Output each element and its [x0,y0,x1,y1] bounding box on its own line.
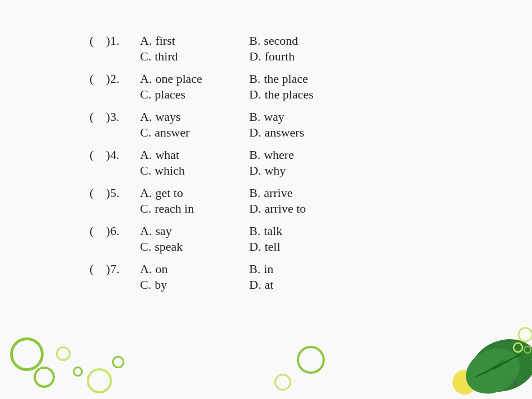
option-3-c: C.answer [140,125,249,140]
option-2-c: C.places [140,87,249,102]
option-7-a: A.on [140,262,249,276]
paren-open-6: ( [90,224,94,238]
question-1-row2: C.thirdD.fourth [90,49,532,64]
option-4-b: B.where [249,148,358,162]
deco-circle-1 [34,367,55,388]
paren-num-1: ()1. [90,34,140,48]
paren-close-num-2: )2. [106,72,119,86]
question-3-row2: C.answerD.answers [90,125,532,140]
question-6-row2: C.speakD.tell [90,240,532,254]
option-3-b: B.way [249,110,358,124]
option-5-b: B.arrive [249,186,358,200]
question-1-row1: ()1.A.firstB.second [90,34,532,48]
option-6-c: C.speak [140,240,249,254]
option-6-a: A.say [140,224,249,238]
option-3-d: D.answers [249,125,358,140]
page-number: 3 [511,377,516,389]
option-1-a: A.first [140,34,249,48]
option-7-d: D.at [249,278,358,292]
option-7-b: B.in [249,262,358,276]
page: ()1.A.firstB.secondC.thirdD.fourth()2.A.… [0,0,532,399]
question-3-row1: ()3.A.waysB.way [90,110,532,124]
option-7-c: C.by [140,278,249,292]
deco-circle-3 [73,367,83,377]
option-4-c: C.which [140,163,249,178]
question-4-row2: C.whichD.why [90,163,532,178]
paren-close-num-3: )3. [106,110,119,124]
paren-num-7: ()7. [90,262,140,276]
paren-close-num-7: )7. [106,262,119,276]
deco-circle-7 [297,346,325,374]
option-5-d: D.arrive to [249,201,358,216]
paren-open-1: ( [90,34,94,48]
svg-point-6 [519,328,532,341]
question-5-row2: C.reach inD.arrive to [90,201,532,216]
option-5-a: A.get to [140,186,249,200]
question-6-row1: ()6.A.sayB.talk [90,224,532,238]
paren-open-7: ( [90,262,94,276]
question-7-row2: C.byD.at [90,278,532,292]
question-4-row1: ()4.A.whatB.where [90,148,532,162]
leaf-decoration [431,326,532,399]
option-4-d: D.why [249,163,358,178]
option-1-c: C.third [140,49,249,64]
paren-num-3: ()3. [90,110,140,124]
content-area: ()1.A.firstB.secondC.thirdD.fourth()2.A.… [0,0,532,292]
option-6-b: B.talk [249,224,358,238]
deco-circle-0 [10,337,44,371]
option-2-d: D.the places [249,87,358,102]
paren-close-num-5: )5. [106,186,119,200]
paren-num-5: ()5. [90,186,140,200]
option-5-c: C.reach in [140,201,249,216]
deco-circle-6 [274,374,291,391]
paren-open-3: ( [90,110,94,124]
question-7-row1: ()7.A.onB.in [90,262,532,276]
deco-circle-4 [87,368,112,393]
paren-open-2: ( [90,72,94,86]
question-2-row1: ()2.A.one placeB.the place [90,72,532,86]
option-2-a: A.one place [140,72,249,86]
deco-circle-2 [56,346,71,361]
paren-close-num-1: )1. [106,34,119,48]
question-2-row2: C.placesD.the places [90,87,532,102]
paren-open-5: ( [90,186,94,200]
option-2-b: B.the place [249,72,358,86]
option-6-d: D.tell [249,240,358,254]
option-1-b: B.second [249,34,358,48]
question-5-row1: ()5.A.get toB.arrive [90,186,532,200]
paren-open-4: ( [90,148,94,162]
deco-circle-5 [112,356,124,368]
paren-num-6: ()6. [90,224,140,238]
paren-close-num-6: )6. [106,224,119,238]
option-4-a: A.what [140,148,249,162]
option-1-d: D.fourth [249,49,358,64]
paren-close-num-4: )4. [106,148,119,162]
paren-num-4: ()4. [90,148,140,162]
paren-num-2: ()2. [90,72,140,86]
option-3-a: A.ways [140,110,249,124]
